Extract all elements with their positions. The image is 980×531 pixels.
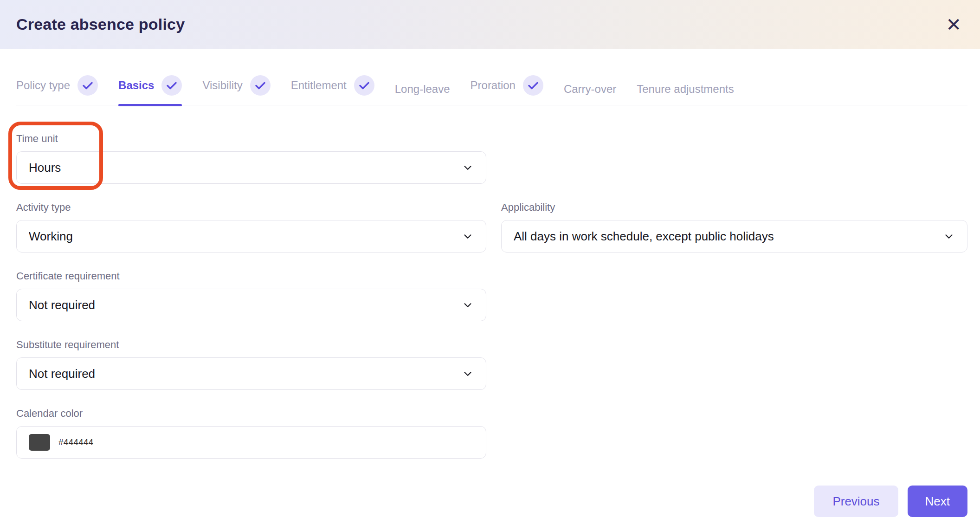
dialog-header: Create absence policy ✕ (0, 0, 980, 49)
certificate-requirement-select[interactable]: Not required (16, 289, 486, 321)
dialog-body: Policy type Basics Visibility Entitlemen… (0, 75, 980, 517)
dialog-title: Create absence policy (16, 15, 185, 33)
check-icon (161, 75, 182, 96)
check-icon (250, 75, 271, 96)
tab-carry-over[interactable]: Carry-over (564, 83, 616, 105)
tab-label: Policy type (16, 79, 70, 92)
tab-tenure-adjustments[interactable]: Tenure adjustments (637, 83, 734, 105)
calendar-color-picker[interactable]: #444444 (16, 426, 486, 459)
check-icon (523, 75, 543, 96)
applicability-group: Applicability All days in work schedule,… (501, 201, 967, 253)
substitute-requirement-group: Substitute requirement Not required (16, 339, 486, 390)
previous-button[interactable]: Previous (814, 486, 898, 517)
substitute-requirement-select[interactable]: Not required (16, 357, 486, 390)
applicability-value: All days in work schedule, except public… (514, 229, 774, 244)
wizard-tab-bar: Policy type Basics Visibility Entitlemen… (16, 75, 967, 105)
applicability-label: Applicability (501, 201, 967, 214)
calendar-color-value: #444444 (58, 437, 93, 447)
tab-label: Long-leave (395, 83, 450, 96)
time-unit-label: Time unit (16, 133, 486, 145)
certificate-requirement-group: Certificate requirement Not required (16, 270, 486, 321)
tab-label: Carry-over (564, 83, 616, 96)
tab-label: Visibility (202, 79, 242, 92)
applicability-select[interactable]: All days in work schedule, except public… (501, 220, 967, 253)
time-unit-value: Hours (29, 161, 61, 175)
wizard-footer: Previous Next (16, 486, 967, 517)
chevron-down-icon (943, 230, 955, 242)
check-icon (77, 75, 98, 96)
certificate-requirement-label: Certificate requirement (16, 270, 486, 282)
chevron-down-icon (462, 162, 474, 174)
activity-type-group: Activity type Working (16, 201, 486, 253)
tab-visibility[interactable]: Visibility (202, 75, 270, 105)
tab-long-leave[interactable]: Long-leave (395, 83, 450, 105)
chevron-down-icon (462, 299, 474, 311)
basics-form: Time unit Hours Activity type Working Ap… (16, 133, 967, 459)
tab-label: Entitlement (291, 79, 347, 92)
calendar-color-group: Calendar color #444444 (16, 408, 486, 459)
tab-label: Basics (118, 79, 154, 92)
color-swatch (29, 434, 50, 451)
check-icon (354, 75, 374, 96)
tab-proration[interactable]: Proration (471, 75, 543, 105)
certificate-requirement-value: Not required (29, 298, 95, 312)
chevron-down-icon (462, 368, 474, 380)
tab-label: Tenure adjustments (637, 83, 734, 96)
chevron-down-icon (462, 230, 474, 242)
next-button[interactable]: Next (908, 486, 967, 517)
tab-policy-type[interactable]: Policy type (16, 75, 98, 105)
activity-type-select[interactable]: Working (16, 220, 486, 253)
calendar-color-label: Calendar color (16, 408, 486, 420)
activity-type-value: Working (29, 229, 73, 244)
activity-type-label: Activity type (16, 201, 486, 214)
substitute-requirement-value: Not required (29, 367, 95, 381)
time-unit-select[interactable]: Hours (16, 151, 486, 184)
tab-label: Proration (471, 79, 516, 92)
close-icon[interactable]: ✕ (941, 13, 966, 37)
time-unit-group: Time unit Hours (16, 133, 486, 184)
tab-basics[interactable]: Basics (118, 75, 182, 105)
substitute-requirement-label: Substitute requirement (16, 339, 486, 351)
tab-entitlement[interactable]: Entitlement (291, 75, 374, 105)
